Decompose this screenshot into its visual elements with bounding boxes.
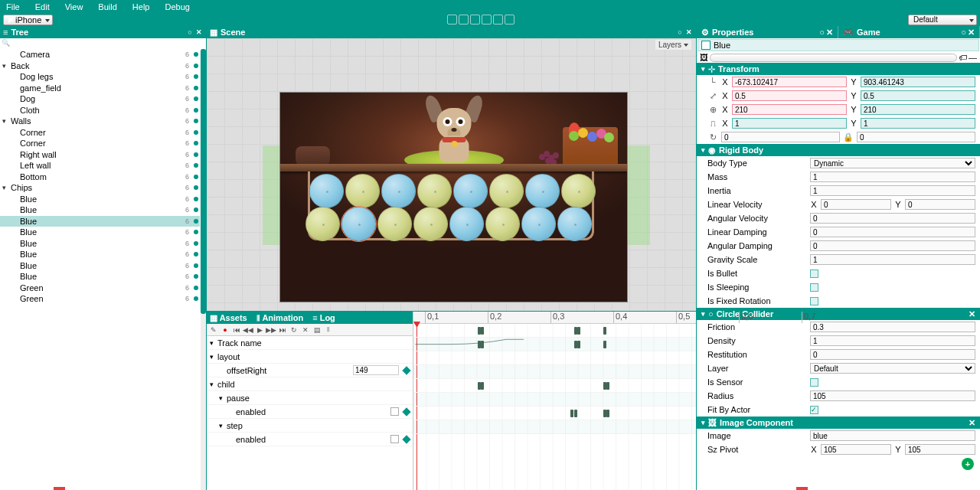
gravity-input[interactable] — [810, 254, 975, 265]
tree-item-cloth[interactable]: Cloth6 — [0, 105, 200, 116]
tool-rect-icon[interactable] — [493, 15, 503, 24]
remove-icon[interactable]: — — [969, 53, 977, 62]
inertia-input[interactable] — [810, 185, 975, 196]
track-offsetRight[interactable]: offsetRight — [207, 364, 413, 377]
tool-frame-icon[interactable] — [505, 15, 514, 24]
angvel-input[interactable] — [810, 213, 975, 224]
chip-green[interactable] — [305, 207, 340, 241]
tool-move-icon[interactable] — [459, 15, 469, 24]
chip-green[interactable] — [377, 207, 412, 241]
track-enabled[interactable]: enabled — [207, 405, 413, 419]
pos-y-input[interactable] — [861, 77, 975, 87]
tab-assets[interactable]: ▦ Assets — [210, 313, 247, 323]
issensor-checkbox[interactable] — [810, 378, 818, 387]
goto-start-icon[interactable]: ⏮ — [232, 325, 241, 335]
remove-component-icon[interactable]: ✕ — [969, 418, 975, 428]
play-icon[interactable]: ▶ — [255, 325, 264, 335]
asset-path-field[interactable] — [710, 54, 957, 62]
remove-component-icon[interactable]: ✕ — [969, 309, 975, 319]
chip-blue[interactable] — [449, 207, 484, 241]
chip-blue[interactable] — [381, 174, 416, 208]
tree-item-left-wall[interactable]: Left wall6 — [0, 160, 200, 172]
tree-item-dog-legs[interactable]: Dog legs6 — [0, 71, 200, 83]
tool-search-icon[interactable] — [447, 15, 457, 24]
tree-item-right-wall[interactable]: Right wall6 — [0, 149, 200, 161]
link-icon[interactable]: 🖼 — [700, 53, 708, 62]
tree-item-corner[interactable]: Corner6 — [0, 138, 200, 149]
chip-blue[interactable] — [341, 207, 376, 241]
tab-animation[interactable]: ⦀ Animation — [256, 313, 303, 323]
chip-blue[interactable] — [525, 174, 560, 208]
section-imagecomponent[interactable]: ▾🖼 Image Component✕ — [697, 416, 980, 429]
image-input[interactable] — [810, 430, 975, 441]
linvel-y-input[interactable] — [905, 199, 975, 210]
curves-icon[interactable]: ✕ — [301, 325, 310, 335]
tree-item-green[interactable]: Green6 — [0, 293, 200, 305]
tree-item-blue[interactable]: Blue6 — [0, 227, 200, 238]
tree-item-blue[interactable]: Blue6 — [0, 271, 200, 283]
tree-scrollbar[interactable] — [201, 49, 206, 490]
tag-icon[interactable]: 🏷 — [959, 53, 967, 62]
add-component-button[interactable]: + — [962, 458, 974, 470]
layers-dropdown[interactable]: Layers — [655, 40, 691, 50]
tree-item-corner[interactable]: Corner6 — [0, 127, 200, 139]
prev-frame-icon[interactable]: ◀◀ — [243, 325, 253, 335]
tool-rotate-icon[interactable] — [470, 15, 480, 24]
section-transform[interactable]: ▾⊹ Transform — [697, 63, 980, 75]
options-icon[interactable]: ⦀ — [324, 325, 333, 335]
loop-icon[interactable]: ↻ — [289, 325, 299, 335]
chip-green[interactable] — [417, 174, 452, 208]
edit-icon[interactable]: ✎ — [209, 325, 218, 335]
radius-input[interactable] — [810, 390, 975, 401]
lock-icon[interactable]: 🔒 — [843, 132, 854, 142]
device-dropdown[interactable]: iPhone — [3, 15, 53, 25]
fit-checkbox[interactable] — [810, 406, 818, 414]
track-enabled[interactable]: enabled — [207, 433, 413, 446]
menu-debug[interactable]: Debug — [165, 2, 189, 11]
menu-help[interactable]: Help — [132, 2, 150, 11]
object-name-field[interactable]: Blue — [697, 39, 979, 51]
menu-file[interactable]: File — [6, 2, 20, 11]
isfixed-checkbox[interactable] — [810, 297, 818, 305]
pos-x-input[interactable] — [732, 77, 847, 87]
issleeping-checkbox[interactable] — [810, 283, 818, 292]
density-input[interactable] — [810, 335, 975, 346]
tree-item-blue[interactable]: Blue6 — [0, 249, 200, 260]
scene-viewport[interactable]: Layers — [207, 38, 696, 311]
tree-item-bottom[interactable]: Bottom6 — [0, 172, 200, 183]
chip-green[interactable] — [345, 174, 380, 208]
chip-green[interactable] — [561, 174, 596, 208]
chip-blue[interactable] — [309, 174, 344, 208]
layout-preset-dropdown[interactable]: Default — [908, 15, 977, 25]
tree-item-chips[interactable]: ▾Chips6 — [0, 182, 200, 194]
rot2-input[interactable] — [857, 132, 975, 142]
chip-green[interactable] — [413, 207, 448, 241]
tree-item-green[interactable]: Green6 — [0, 283, 200, 294]
section-rigidbody[interactable]: ▾◉ Rigid Body — [697, 144, 980, 156]
track-layout[interactable]: ▾layout — [207, 350, 413, 364]
szpivot-x-input[interactable] — [821, 444, 891, 455]
tree-item-blue[interactable]: Blue6 — [0, 260, 200, 272]
track-step[interactable]: ▾step — [207, 419, 413, 433]
menu-view[interactable]: View — [65, 2, 83, 11]
friction-input[interactable] — [810, 322, 975, 332]
timeline[interactable]: 0,10,20,30,40,50,60,7 — [413, 312, 696, 490]
tree-item-blue[interactable]: Blue6 — [0, 204, 200, 216]
angdamp-input[interactable] — [810, 240, 975, 251]
tool-scale-icon[interactable] — [482, 15, 492, 24]
lindamp-input[interactable] — [810, 227, 975, 237]
bodytype-select[interactable]: Dynamic — [810, 158, 975, 168]
szpivot-y-input[interactable] — [905, 444, 975, 455]
mass-input[interactable] — [810, 172, 975, 182]
goto-end-icon[interactable]: ⏭ — [278, 325, 287, 335]
track-child[interactable]: ▾child — [207, 377, 413, 391]
linvel-x-input[interactable] — [821, 199, 891, 210]
restitution-input[interactable] — [810, 349, 975, 360]
tree-item-back[interactable]: ▾Back6 — [0, 60, 200, 72]
tree-item-blue[interactable]: Blue6 — [0, 194, 200, 205]
tree-item-blue[interactable]: Blue6 — [0, 216, 200, 227]
rot-input[interactable] — [721, 132, 840, 142]
scale-y-input[interactable] — [861, 90, 975, 101]
chip-blue[interactable] — [521, 207, 556, 241]
record-icon[interactable]: ● — [220, 325, 230, 335]
